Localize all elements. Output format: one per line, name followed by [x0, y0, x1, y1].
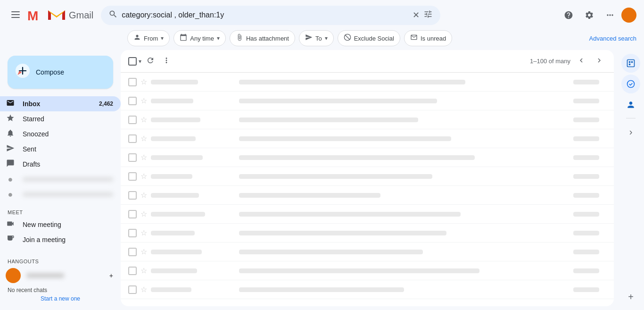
panel-add-icon[interactable]: + — [621, 287, 640, 306]
table-row[interactable]: ☆ Soc — [121, 205, 614, 224]
row-checkbox[interactable] — [128, 116, 137, 124]
compose-button[interactable]: Compose — [8, 56, 113, 89]
sidebar-item-drafts[interactable]: Drafts — [0, 157, 121, 172]
star-icon[interactable]: ☆ — [140, 209, 147, 218]
next-page-button[interactable] — [592, 53, 606, 69]
sidebar-item-more1[interactable]: ● — [0, 172, 121, 187]
search-clear-icon[interactable]: ✕ — [413, 10, 420, 20]
star-icon[interactable]: ☆ — [140, 191, 147, 200]
from-filter[interactable]: From ▾ — [127, 30, 170, 46]
settings-icon[interactable] — [580, 6, 599, 25]
date-cell — [573, 80, 606, 84]
apps-icon[interactable] — [601, 6, 619, 25]
select-dropdown-icon[interactable]: ▾ — [139, 58, 141, 65]
people-panel-icon[interactable] — [621, 95, 640, 114]
exclude-social-icon — [344, 34, 351, 43]
row-checkbox[interactable] — [128, 172, 137, 181]
help-icon[interactable] — [559, 6, 578, 25]
svg-text:M: M — [27, 8, 38, 22]
sender-cell — [151, 117, 217, 122]
date-cell — [573, 268, 606, 273]
join-meeting-label: Join a meeting — [23, 236, 113, 243]
row-checkbox[interactable] — [128, 210, 137, 218]
search-input[interactable] — [122, 11, 409, 19]
prev-page-button[interactable] — [574, 53, 588, 69]
row-checkbox[interactable] — [128, 191, 137, 200]
any-time-filter[interactable]: Any time ▾ — [173, 30, 226, 46]
star-icon[interactable]: ☆ — [140, 115, 147, 124]
row-checkbox[interactable] — [128, 248, 137, 256]
star-icon[interactable]: ☆ — [140, 134, 147, 143]
to-icon — [305, 34, 313, 43]
to-filter[interactable]: To ▾ — [299, 30, 334, 46]
sidebar-item-sent[interactable]: Sent — [0, 142, 121, 157]
table-row[interactable]: ☆ Soc — [121, 186, 614, 205]
menu-icon[interactable] — [8, 7, 24, 24]
subject-area: Soc — [221, 286, 570, 293]
hangout-user-item[interactable]: + — [0, 266, 121, 285]
table-row[interactable]: ☆ Soc — [121, 148, 614, 167]
sidebar-item-more2[interactable]: ● — [0, 187, 121, 202]
svg-rect-2 — [11, 17, 20, 18]
sidebar-item-inbox[interactable]: Inbox 2,462 — [0, 96, 121, 111]
label2-icon: ● — [6, 190, 15, 200]
calendar-panel-icon[interactable] — [621, 54, 640, 73]
row-checkbox[interactable] — [128, 153, 137, 162]
new-meeting-label: New meeting — [23, 221, 113, 228]
row-checkbox[interactable] — [128, 78, 137, 86]
table-row[interactable]: ☆ Soc — [121, 110, 614, 129]
table-row[interactable]: ☆ Soc — [121, 92, 614, 110]
search-options-icon[interactable] — [423, 9, 433, 21]
start-new-chat-link[interactable]: Start a new one — [0, 295, 121, 306]
add-hangout-icon[interactable]: + — [109, 272, 113, 279]
table-row[interactable]: ☆ Soc — [121, 243, 614, 261]
sender-cell — [151, 231, 217, 235]
star-icon[interactable]: ☆ — [140, 153, 147, 162]
has-attachment-filter[interactable]: Has attachment — [230, 30, 295, 46]
user-avatar[interactable] — [621, 8, 636, 23]
select-all-wrapper[interactable] — [128, 57, 137, 66]
row-checkbox[interactable] — [128, 267, 137, 275]
table-row[interactable]: ☆ Soc — [121, 167, 614, 186]
date-cell — [573, 174, 606, 179]
subject-cell — [239, 80, 570, 84]
table-row[interactable]: ☆ Soc — [121, 261, 614, 280]
is-unread-filter[interactable]: Is unread — [404, 30, 452, 46]
star-icon[interactable]: ☆ — [140, 77, 147, 86]
svg-rect-10 — [631, 61, 633, 63]
join-meeting-item[interactable]: Join a meeting — [0, 232, 121, 247]
row-checkbox[interactable] — [128, 134, 137, 143]
table-row[interactable]: ☆ Soc — [121, 129, 614, 148]
exclude-social-filter[interactable]: Exclude Social — [338, 30, 400, 46]
sidebar-item-starred[interactable]: Starred — [0, 111, 121, 126]
meet-section: Meet New meeting Join a meeting — [0, 202, 121, 251]
star-icon[interactable]: ☆ — [140, 172, 147, 181]
to-dropdown-icon: ▾ — [325, 35, 328, 42]
date-cell — [573, 99, 606, 103]
star-icon[interactable]: ☆ — [140, 285, 147, 294]
refresh-button[interactable] — [143, 53, 157, 69]
advanced-search-link[interactable]: Advanced search — [589, 35, 636, 42]
subject-area: Soc — [221, 117, 570, 123]
select-all-checkbox[interactable] — [128, 57, 137, 66]
tasks-panel-icon[interactable] — [621, 75, 640, 93]
star-icon[interactable]: ☆ — [140, 247, 147, 256]
panel-expand-icon[interactable]: › — [621, 122, 640, 141]
star-icon[interactable]: ☆ — [140, 228, 147, 237]
sidebar-item-snoozed[interactable]: Snoozed — [0, 126, 121, 142]
sender-cell — [151, 193, 217, 198]
new-meeting-icon — [6, 219, 15, 230]
more-options-button[interactable] — [159, 53, 173, 69]
table-row[interactable]: ☆ Soc — [121, 224, 614, 243]
table-row[interactable]: ☆ Soc — [121, 280, 614, 299]
star-icon[interactable]: ☆ — [140, 266, 147, 275]
row-checkbox[interactable] — [128, 229, 137, 237]
row-checkbox[interactable] — [128, 97, 137, 105]
row-checkbox[interactable] — [128, 285, 137, 294]
subject-cell — [239, 250, 570, 254]
table-row[interactable]: ☆ Soc — [121, 73, 614, 92]
svg-rect-9 — [629, 61, 630, 63]
star-icon[interactable]: ☆ — [140, 96, 147, 105]
hangouts-section-label: Hangouts — [0, 255, 121, 266]
new-meeting-item[interactable]: New meeting — [0, 217, 121, 232]
